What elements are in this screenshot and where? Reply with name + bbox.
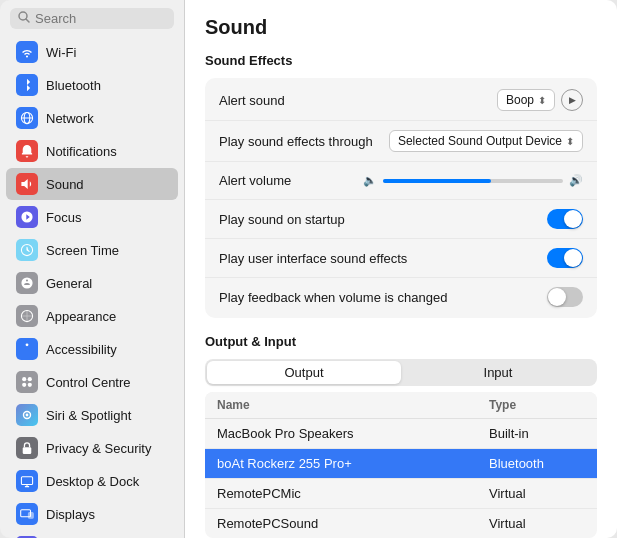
sidebar-item-bluetooth[interactable]: Bluetooth [6, 69, 178, 101]
svg-rect-17 [28, 513, 33, 519]
alert-volume-slider-area: 🔈 🔊 [363, 174, 583, 187]
sidebar-item-screentime[interactable]: Screen Time [6, 234, 178, 266]
sidebar-item-label-focus: Focus [46, 210, 81, 225]
search-area [0, 0, 184, 35]
sidebar-item-network[interactable]: Network [6, 102, 178, 134]
siri-icon [16, 404, 38, 426]
sidebar-item-controlcentre[interactable]: Control Centre [6, 366, 178, 398]
appearance-icon [16, 305, 38, 327]
device-type-cell: Bluetooth [477, 449, 597, 479]
chevron-updown-icon: ⬍ [538, 95, 546, 106]
chevron-updown-icon2: ⬍ [566, 136, 574, 147]
sidebar-item-label-displays: Displays [46, 507, 95, 522]
search-input[interactable] [35, 11, 166, 26]
main-content: Sound Sound Effects Alert sound Boop ⬍ ▶… [185, 0, 617, 538]
page-title: Sound [205, 16, 597, 39]
sidebar: Wi-FiBluetoothNetworkNotificationsSoundF… [0, 0, 185, 538]
sidebar-item-wifi[interactable]: Wi-Fi [6, 36, 178, 68]
sidebar-item-label-siri: Siri & Spotlight [46, 408, 131, 423]
table-row[interactable]: RemotePCMicVirtual [205, 479, 597, 509]
alert-volume-label: Alert volume [219, 173, 363, 188]
sound-effects-section-title: Sound Effects [205, 53, 597, 68]
volume-low-icon: 🔈 [363, 174, 377, 187]
general-icon [16, 272, 38, 294]
sidebar-item-notifications[interactable]: Notifications [6, 135, 178, 167]
wifi-icon [16, 41, 38, 63]
device-name-cell: RemotePCSound [205, 509, 477, 539]
feedback-row: Play feedback when volume is changed [205, 278, 597, 316]
sidebar-item-label-screentime: Screen Time [46, 243, 119, 258]
table-row[interactable]: RemotePCSoundVirtual [205, 509, 597, 539]
output-input-tabs: Output Input [205, 359, 597, 386]
alert-sound-selected: Boop [506, 93, 534, 107]
screentime-icon [16, 239, 38, 261]
play-alert-button[interactable]: ▶ [561, 89, 583, 111]
sidebar-item-privacy[interactable]: Privacy & Security [6, 432, 178, 464]
svg-point-10 [22, 383, 26, 387]
tab-output[interactable]: Output [207, 361, 401, 384]
toggle-knob [564, 210, 582, 228]
output-input-section-title: Output & Input [205, 334, 597, 349]
svg-rect-14 [23, 447, 32, 454]
search-box[interactable] [10, 8, 174, 29]
ui-sound-toggle[interactable] [547, 248, 583, 268]
sidebar-item-focus[interactable]: Focus [6, 201, 178, 233]
bluetooth-icon [16, 74, 38, 96]
sidebar-item-label-wifi: Wi-Fi [46, 45, 76, 60]
toggle-knob2 [564, 249, 582, 267]
svg-point-11 [28, 383, 32, 387]
alert-volume-row: Alert volume 🔈 🔊 [205, 162, 597, 200]
sidebar-item-displays[interactable]: Displays [6, 498, 178, 530]
table-row[interactable]: MacBook Pro SpeakersBuilt-in [205, 419, 597, 449]
sidebar-item-label-notifications: Notifications [46, 144, 117, 159]
toggle-knob3 [548, 288, 566, 306]
svg-point-8 [22, 377, 26, 381]
devices-table: NameTypeMacBook Pro SpeakersBuilt-inboAt… [205, 392, 597, 538]
startup-sound-label: Play sound on startup [219, 212, 547, 227]
sidebar-item-label-appearance: Appearance [46, 309, 116, 324]
ui-sound-label: Play user interface sound effects [219, 251, 547, 266]
startup-sound-row: Play sound on startup [205, 200, 597, 239]
table-row[interactable]: boAt Rockerz 255 Pro+Bluetooth [205, 449, 597, 479]
device-name-cell: boAt Rockerz 255 Pro+ [205, 449, 477, 479]
volume-high-icon: 🔊 [569, 174, 583, 187]
sidebar-list: Wi-FiBluetoothNetworkNotificationsSoundF… [0, 35, 184, 538]
search-icon [18, 11, 30, 26]
controlcentre-icon [16, 371, 38, 393]
startup-sound-toggle[interactable] [547, 209, 583, 229]
svg-line-1 [26, 19, 29, 22]
device-type-cell: Built-in [477, 419, 597, 449]
alert-sound-dropdown[interactable]: Boop ⬍ [497, 89, 555, 111]
sidebar-item-general[interactable]: General [6, 267, 178, 299]
play-effects-value: Selected Sound Output Device ⬍ [389, 130, 583, 152]
tab-input[interactable]: Input [401, 361, 595, 384]
feedback-label: Play feedback when volume is changed [219, 290, 547, 305]
alert-volume-fill [383, 179, 491, 183]
svg-point-7 [26, 343, 29, 346]
alert-volume-track[interactable] [383, 179, 563, 183]
play-effects-row: Play sound effects through Selected Soun… [205, 121, 597, 162]
ui-sound-row: Play user interface sound effects [205, 239, 597, 278]
play-effects-dropdown[interactable]: Selected Sound Output Device ⬍ [389, 130, 583, 152]
sidebar-item-accessibility[interactable]: Accessibility [6, 333, 178, 365]
feedback-toggle[interactable] [547, 287, 583, 307]
device-type-cell: Virtual [477, 479, 597, 509]
privacy-icon [16, 437, 38, 459]
alert-sound-row: Alert sound Boop ⬍ ▶ [205, 80, 597, 121]
sound-effects-card: Alert sound Boop ⬍ ▶ Play sound effects … [205, 78, 597, 318]
sidebar-item-sound[interactable]: Sound [6, 168, 178, 200]
sidebar-item-label-accessibility: Accessibility [46, 342, 117, 357]
table-header-type: Type [477, 392, 597, 419]
sidebar-item-wallpaper[interactable]: Wallpaper [6, 531, 178, 538]
displays-icon [16, 503, 38, 525]
svg-point-9 [28, 377, 32, 381]
network-icon [16, 107, 38, 129]
sidebar-item-desktop[interactable]: Desktop & Dock [6, 465, 178, 497]
sidebar-item-appearance[interactable]: Appearance [6, 300, 178, 332]
sidebar-item-label-bluetooth: Bluetooth [46, 78, 101, 93]
sidebar-item-siri[interactable]: Siri & Spotlight [6, 399, 178, 431]
sidebar-item-label-desktop: Desktop & Dock [46, 474, 139, 489]
device-type-cell: Virtual [477, 509, 597, 539]
focus-icon [16, 206, 38, 228]
device-name-cell: MacBook Pro Speakers [205, 419, 477, 449]
